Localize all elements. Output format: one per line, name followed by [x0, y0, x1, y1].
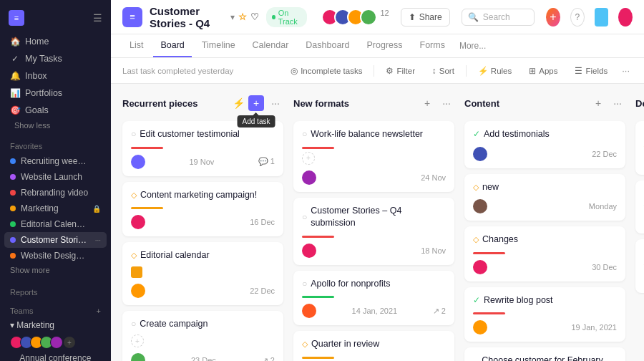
- tasks-icon: ✓: [10, 54, 20, 64]
- card[interactable]: ◇ Quarter in review 25 Nov ↗ 2: [293, 331, 454, 361]
- tab-list[interactable]: List: [122, 34, 150, 57]
- sidebar-item-marketing[interactable]: Marketing 🔒: [4, 201, 107, 216]
- sidebar-item-rebranding[interactable]: Rebranding video: [4, 185, 107, 201]
- help-button[interactable]: ?: [570, 8, 585, 27]
- card[interactable]: ◇ Editorial calendar 29 Dec: [635, 121, 644, 175]
- card[interactable]: ✓ Add testimonials 22 Dec: [464, 121, 625, 168]
- sidebar-item-cs-q4[interactable]: Customer Stories – Q4 ···: [4, 232, 107, 248]
- lock-icon: 🔒: [92, 205, 101, 213]
- rules-button[interactable]: ⚡ Rules: [472, 63, 517, 79]
- comment-count: ↗ 2: [433, 307, 446, 316]
- filter-button[interactable]: ⚙ Filter: [380, 63, 421, 79]
- check-icon: ○: [131, 318, 136, 330]
- fields-button[interactable]: ☰ Fields: [569, 63, 613, 79]
- sort-button[interactable]: ↕ Sort: [426, 64, 460, 78]
- sidebar-item-inbox[interactable]: 🔔 Inbox: [4, 67, 107, 85]
- card[interactable]: ○ Work-life balance newsletter + 24 Nov: [293, 121, 454, 192]
- column-more-button[interactable]: ···: [610, 95, 625, 111]
- card[interactable]: ✓ Rewrite blog post 19 Jan, 2021: [464, 287, 625, 342]
- check-icon: ○: [302, 211, 307, 223]
- add-task-bottom-button[interactable]: + Add task: [635, 299, 644, 317]
- sidebar-top: ≡ ☰: [0, 6, 111, 30]
- column-title: Design: [635, 98, 644, 109]
- chevron-down-icon[interactable]: ▾: [230, 12, 235, 22]
- sidebar-item-website-req[interactable]: Website Design Reque...: [4, 248, 107, 264]
- filter-lines-icon: ⚙: [386, 66, 394, 76]
- priority-bar: [302, 296, 334, 298]
- avatar: [131, 215, 145, 229]
- star-icon[interactable]: ☆: [238, 11, 247, 22]
- card[interactable]: ○ Create campaign + 23 Dec ↗ 2: [122, 311, 283, 362]
- check-done-icon: ✓: [473, 294, 480, 307]
- comment-count: 💬 1: [258, 157, 275, 166]
- show-more-button[interactable]: Show more: [0, 264, 111, 276]
- heart-icon[interactable]: ♡: [250, 11, 259, 22]
- card[interactable]: ○ Apollo for nonprofits 14 Jan, 2021 ↗ 2: [293, 271, 454, 326]
- status-badge: On Track: [266, 7, 307, 27]
- priority-bar: [302, 357, 334, 359]
- sidebar-item-editorial[interactable]: Editorial Calendar: [4, 216, 107, 232]
- card[interactable]: ◇ Content marketing campaign! 16 Dec: [122, 182, 283, 237]
- add-task-button[interactable]: + Add task: [248, 95, 264, 111]
- sidebar-item-home[interactable]: 🏠 Home: [4, 33, 107, 50]
- card[interactable]: ◇ Changes 30 Dec: [464, 226, 625, 281]
- add-column-button[interactable]: +: [590, 95, 606, 111]
- team-item-annual[interactable]: Annual conference plan: [0, 350, 111, 361]
- favorite-dot: [10, 221, 16, 227]
- add-button[interactable]: +: [546, 8, 560, 27]
- avatar: [131, 284, 145, 298]
- share-icon: ⬆: [409, 12, 416, 22]
- add-task-tooltip: Add task: [238, 115, 275, 127]
- user-avatar[interactable]: [618, 8, 633, 27]
- app-logo-icon: ≡: [14, 14, 19, 22]
- sidebar-item-my-tasks[interactable]: ✓ My Tasks: [4, 50, 107, 67]
- sidebar-item-goals[interactable]: 🎯 Goals: [4, 102, 107, 119]
- incomplete-tasks-button[interactable]: ◎ Incomplete tasks: [285, 63, 368, 79]
- teams-add-icon[interactable]: +: [97, 307, 101, 315]
- toolbar: Last task completed yesterday ◎ Incomple…: [111, 58, 644, 84]
- favorite-dot: [10, 190, 16, 196]
- card[interactable]: ◇ new Monday: [464, 174, 625, 221]
- add-column-button[interactable]: +: [419, 95, 435, 111]
- lightning-icon[interactable]: ⚡: [233, 97, 245, 109]
- tab-calendar[interactable]: Calendar: [245, 34, 296, 57]
- sidebar-item-website-launch[interactable]: Website Launch: [4, 169, 107, 185]
- tab-timeline[interactable]: Timeline: [195, 34, 243, 57]
- card[interactable]: ○ Edit customer testimonial 19 Nov 💬 1: [122, 121, 283, 176]
- column-more-button[interactable]: ···: [439, 95, 454, 111]
- sidebar-item-recruiting[interactable]: Recruiting weekly mee...: [4, 153, 107, 169]
- card[interactable]: ◇ Editorial calendar 22 Dec: [122, 242, 283, 305]
- project-title: Customer Stories - Q4 ▾ ☆ ♡: [150, 5, 259, 29]
- apps-button[interactable]: ⊞ Apps: [523, 63, 563, 79]
- tab-progress[interactable]: Progress: [359, 34, 409, 57]
- sidebar-item-portfolios[interactable]: 📊 Portfolios: [4, 85, 107, 102]
- tab-dashboard[interactable]: Dashboard: [298, 34, 356, 57]
- card[interactable]: ○ Create new infographic 17 Dec ↗ 1: [635, 239, 644, 293]
- divider: [466, 65, 467, 77]
- tab-board[interactable]: Board: [153, 34, 191, 57]
- card[interactable]: ○ Choose customer for February spotlight…: [464, 347, 625, 361]
- column-more-button[interactable]: ···: [268, 95, 283, 111]
- tab-more[interactable]: More...: [455, 35, 490, 57]
- more-dots-icon[interactable]: ···: [95, 236, 101, 244]
- rules-icon: ⚡: [478, 66, 488, 76]
- team-marketing[interactable]: ▾ Marketing: [0, 318, 111, 332]
- search-box[interactable]: 🔍 Search: [462, 9, 535, 26]
- portfolios-icon: 📊: [10, 88, 20, 98]
- avatar: [302, 170, 316, 185]
- add-team-member-icon[interactable]: +: [63, 336, 76, 349]
- avatar: [473, 147, 487, 161]
- show-less-button[interactable]: Show less: [4, 119, 107, 132]
- share-button[interactable]: ⬆ Share: [401, 8, 450, 27]
- sidebar-collapse-icon[interactable]: ☰: [93, 12, 102, 24]
- tab-forms[interactable]: Forms: [413, 34, 452, 57]
- favorites-section: Favorites: [0, 135, 111, 153]
- theme-color[interactable]: [595, 8, 609, 27]
- card[interactable]: ○ Customer Stories – Q4 submission 18 No…: [293, 198, 454, 265]
- diamond-icon: ◇: [473, 182, 479, 193]
- more-options-icon[interactable]: ···: [619, 62, 633, 79]
- column-title: Content: [464, 98, 587, 109]
- card[interactable]: ✓ Customer spotlight #1 18 Jan, 2021 ↗ 1: [635, 180, 644, 234]
- sidebar-logo: ≡: [9, 10, 24, 26]
- avatar: [473, 199, 487, 213]
